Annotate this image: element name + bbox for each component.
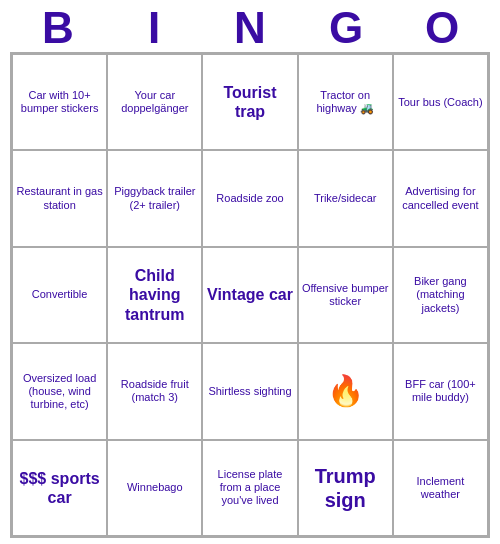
bingo-cell-15: Oversized load (house, wind turbine, etc… xyxy=(12,343,107,439)
bingo-cell-3: Tractor on highway 🚜 xyxy=(298,54,393,150)
bingo-cell-1: Your car doppelgänger xyxy=(107,54,202,150)
bingo-cell-8: Trike/sidecar xyxy=(298,150,393,246)
bingo-header: B I N G O xyxy=(10,0,490,52)
bingo-cell-6: Piggyback trailer (2+ trailer) xyxy=(107,150,202,246)
bingo-cell-18: 🔥 xyxy=(298,343,393,439)
letter-g: G xyxy=(302,6,390,50)
letter-n: N xyxy=(206,6,294,50)
bingo-cell-22: License plate from a place you've lived xyxy=(202,440,297,536)
bingo-cell-4: Tour bus (Coach) xyxy=(393,54,488,150)
bingo-cell-2: Tourist trap xyxy=(202,54,297,150)
letter-i: I xyxy=(110,6,198,50)
letter-b: B xyxy=(14,6,102,50)
bingo-cell-12: Vintage car xyxy=(202,247,297,343)
bingo-cell-14: Biker gang (matching jackets) xyxy=(393,247,488,343)
bingo-grid: Car with 10+ bumper stickersYour car dop… xyxy=(10,52,490,538)
bingo-cell-20: $$$ sports car xyxy=(12,440,107,536)
bingo-cell-19: BFF car (100+ mile buddy) xyxy=(393,343,488,439)
bingo-cell-24: Inclement weather xyxy=(393,440,488,536)
bingo-cell-10: Convertible xyxy=(12,247,107,343)
bingo-cell-13: Offensive bumper sticker xyxy=(298,247,393,343)
letter-o: O xyxy=(398,6,486,50)
bingo-cell-0: Car with 10+ bumper stickers xyxy=(12,54,107,150)
bingo-cell-23: Trump sign xyxy=(298,440,393,536)
bingo-cell-11: Child having tantrum xyxy=(107,247,202,343)
bingo-cell-16: Roadside fruit (match 3) xyxy=(107,343,202,439)
bingo-cell-9: Advertising for cancelled event xyxy=(393,150,488,246)
bingo-cell-17: Shirtless sighting xyxy=(202,343,297,439)
bingo-cell-7: Roadside zoo xyxy=(202,150,297,246)
bingo-cell-5: Restaurant in gas station xyxy=(12,150,107,246)
bingo-cell-21: Winnebago xyxy=(107,440,202,536)
